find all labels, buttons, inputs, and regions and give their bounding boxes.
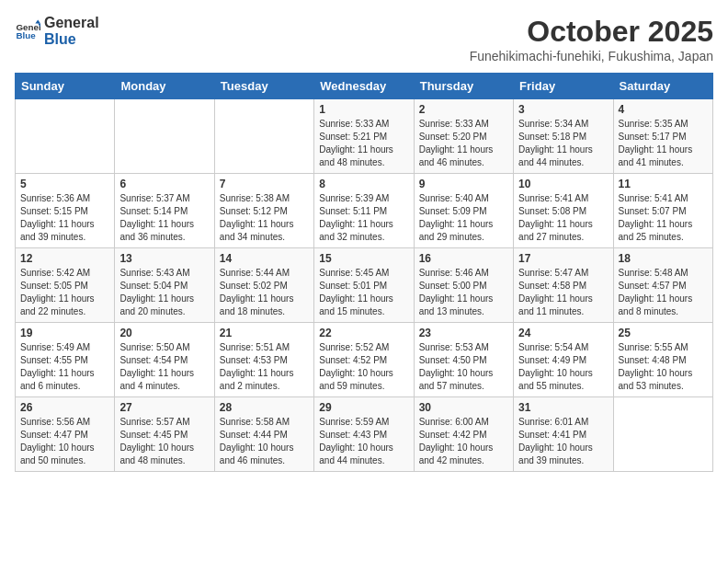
day-info: Sunrise: 5:59 AM Sunset: 4:43 PM Dayligh…: [319, 416, 408, 467]
day-number: 23: [419, 327, 508, 339]
day-info: Sunrise: 5:33 AM Sunset: 5:21 PM Dayligh…: [319, 118, 408, 169]
weekday-header-row: SundayMondayTuesdayWednesdayThursdayFrid…: [16, 74, 713, 99]
day-info: Sunrise: 5:49 AM Sunset: 4:55 PM Dayligh…: [20, 341, 109, 393]
day-number: 28: [220, 401, 309, 414]
day-info: Sunrise: 5:38 AM Sunset: 5:12 PM Dayligh…: [220, 192, 309, 244]
day-info: Sunrise: 5:34 AM Sunset: 5:18 PM Dayligh…: [518, 118, 608, 169]
day-cell: 16Sunrise: 5:46 AM Sunset: 5:00 PM Dayli…: [414, 248, 513, 323]
day-cell: 17Sunrise: 5:47 AM Sunset: 4:58 PM Dayli…: [514, 248, 613, 323]
day-info: Sunrise: 5:56 AM Sunset: 4:47 PM Dayligh…: [20, 416, 109, 467]
header: General Blue General Blue October 2025 F…: [15, 15, 713, 63]
day-info: Sunrise: 5:43 AM Sunset: 5:04 PM Dayligh…: [119, 267, 209, 318]
day-cell: 5Sunrise: 5:36 AM Sunset: 5:15 PM Daylig…: [16, 174, 115, 248]
day-cell: 23Sunrise: 5:53 AM Sunset: 4:50 PM Dayli…: [414, 323, 513, 397]
day-number: 30: [419, 401, 508, 414]
day-number: 14: [220, 252, 309, 265]
day-cell: 8Sunrise: 5:39 AM Sunset: 5:11 PM Daylig…: [314, 174, 414, 248]
weekday-header-thursday: Thursday: [414, 74, 513, 99]
logo-icon: General Blue: [15, 18, 40, 44]
week-row-1: 1Sunrise: 5:33 AM Sunset: 5:21 PM Daylig…: [16, 99, 713, 174]
day-info: Sunrise: 5:57 AM Sunset: 4:45 PM Dayligh…: [119, 416, 209, 467]
day-info: Sunrise: 6:00 AM Sunset: 4:42 PM Dayligh…: [419, 416, 508, 467]
day-cell: [115, 99, 214, 174]
weekday-header-tuesday: Tuesday: [214, 74, 313, 99]
day-info: Sunrise: 5:41 AM Sunset: 5:07 PM Dayligh…: [619, 192, 708, 244]
day-info: Sunrise: 5:48 AM Sunset: 4:57 PM Dayligh…: [619, 267, 708, 318]
day-cell: 13Sunrise: 5:43 AM Sunset: 5:04 PM Dayli…: [115, 248, 214, 323]
day-cell: 21Sunrise: 5:51 AM Sunset: 4:53 PM Dayli…: [214, 323, 313, 397]
day-cell: 1Sunrise: 5:33 AM Sunset: 5:21 PM Daylig…: [314, 99, 414, 174]
day-number: 9: [419, 178, 508, 190]
day-info: Sunrise: 5:52 AM Sunset: 4:52 PM Dayligh…: [319, 341, 408, 393]
day-number: 7: [220, 178, 309, 190]
location-title: Funehikimachi-funehiki, Fukushima, Japan: [470, 49, 713, 63]
day-info: Sunrise: 5:40 AM Sunset: 5:09 PM Dayligh…: [419, 192, 508, 244]
weekday-header-friday: Friday: [514, 74, 613, 99]
day-number: 19: [20, 327, 109, 339]
day-cell: [613, 397, 712, 472]
day-cell: 31Sunrise: 6:01 AM Sunset: 4:41 PM Dayli…: [514, 397, 613, 472]
day-info: Sunrise: 5:37 AM Sunset: 5:14 PM Dayligh…: [119, 192, 209, 244]
day-info: Sunrise: 5:51 AM Sunset: 4:53 PM Dayligh…: [220, 341, 309, 393]
day-cell: 26Sunrise: 5:56 AM Sunset: 4:47 PM Dayli…: [16, 397, 115, 472]
day-number: 24: [518, 327, 608, 339]
day-cell: [214, 99, 313, 174]
day-number: 16: [419, 252, 508, 265]
day-number: 20: [119, 327, 209, 339]
day-number: 1: [319, 103, 408, 116]
day-info: Sunrise: 5:33 AM Sunset: 5:20 PM Dayligh…: [419, 118, 508, 169]
day-info: Sunrise: 5:53 AM Sunset: 4:50 PM Dayligh…: [419, 341, 508, 393]
day-number: 11: [619, 178, 708, 190]
weekday-header-wednesday: Wednesday: [314, 74, 414, 99]
day-number: 25: [619, 327, 708, 339]
day-number: 6: [119, 178, 209, 190]
month-title: October 2025: [470, 15, 713, 49]
day-cell: 4Sunrise: 5:35 AM Sunset: 5:17 PM Daylig…: [613, 99, 712, 174]
day-cell: 10Sunrise: 5:41 AM Sunset: 5:08 PM Dayli…: [514, 174, 613, 248]
logo-blue: Blue: [44, 31, 99, 48]
day-info: Sunrise: 5:50 AM Sunset: 4:54 PM Dayligh…: [119, 341, 209, 393]
weekday-header-monday: Monday: [115, 74, 214, 99]
logo: General Blue General Blue: [15, 15, 99, 47]
day-number: 27: [119, 401, 209, 414]
day-cell: 25Sunrise: 5:55 AM Sunset: 4:48 PM Dayli…: [613, 323, 712, 397]
day-number: 26: [20, 401, 109, 414]
day-cell: 27Sunrise: 5:57 AM Sunset: 4:45 PM Dayli…: [115, 397, 214, 472]
day-cell: 7Sunrise: 5:38 AM Sunset: 5:12 PM Daylig…: [214, 174, 313, 248]
day-number: 5: [20, 178, 109, 190]
day-cell: 12Sunrise: 5:42 AM Sunset: 5:05 PM Dayli…: [16, 248, 115, 323]
day-number: 18: [619, 252, 708, 265]
day-number: 12: [20, 252, 109, 265]
day-cell: 22Sunrise: 5:52 AM Sunset: 4:52 PM Dayli…: [314, 323, 414, 397]
day-cell: [16, 99, 115, 174]
day-info: Sunrise: 5:54 AM Sunset: 4:49 PM Dayligh…: [518, 341, 608, 393]
day-number: 17: [518, 252, 608, 265]
day-info: Sunrise: 5:42 AM Sunset: 5:05 PM Dayligh…: [20, 267, 109, 318]
day-info: Sunrise: 5:39 AM Sunset: 5:11 PM Dayligh…: [319, 192, 408, 244]
day-number: 4: [619, 103, 708, 116]
day-info: Sunrise: 5:35 AM Sunset: 5:17 PM Dayligh…: [619, 118, 708, 169]
day-info: Sunrise: 5:46 AM Sunset: 5:00 PM Dayligh…: [419, 267, 508, 318]
day-number: 8: [319, 178, 408, 190]
day-number: 29: [319, 401, 408, 414]
day-cell: 9Sunrise: 5:40 AM Sunset: 5:09 PM Daylig…: [414, 174, 513, 248]
day-number: 3: [518, 103, 608, 116]
day-cell: 19Sunrise: 5:49 AM Sunset: 4:55 PM Dayli…: [16, 323, 115, 397]
svg-text:Blue: Blue: [16, 30, 36, 40]
day-info: Sunrise: 6:01 AM Sunset: 4:41 PM Dayligh…: [518, 416, 608, 467]
day-number: 13: [119, 252, 209, 265]
day-info: Sunrise: 5:47 AM Sunset: 4:58 PM Dayligh…: [518, 267, 608, 318]
day-info: Sunrise: 5:58 AM Sunset: 4:44 PM Dayligh…: [220, 416, 309, 467]
day-cell: 3Sunrise: 5:34 AM Sunset: 5:18 PM Daylig…: [514, 99, 613, 174]
day-cell: 14Sunrise: 5:44 AM Sunset: 5:02 PM Dayli…: [214, 248, 313, 323]
day-cell: 30Sunrise: 6:00 AM Sunset: 4:42 PM Dayli…: [414, 397, 513, 472]
day-info: Sunrise: 5:45 AM Sunset: 5:01 PM Dayligh…: [319, 267, 408, 318]
weekday-header-sunday: Sunday: [16, 74, 115, 99]
day-info: Sunrise: 5:36 AM Sunset: 5:15 PM Dayligh…: [20, 192, 109, 244]
title-area: October 2025 Funehikimachi-funehiki, Fuk…: [470, 15, 713, 63]
day-cell: 6Sunrise: 5:37 AM Sunset: 5:14 PM Daylig…: [115, 174, 214, 248]
week-row-5: 26Sunrise: 5:56 AM Sunset: 4:47 PM Dayli…: [16, 397, 713, 472]
week-row-2: 5Sunrise: 5:36 AM Sunset: 5:15 PM Daylig…: [16, 174, 713, 248]
day-cell: 29Sunrise: 5:59 AM Sunset: 4:43 PM Dayli…: [314, 397, 414, 472]
day-cell: 11Sunrise: 5:41 AM Sunset: 5:07 PM Dayli…: [613, 174, 712, 248]
